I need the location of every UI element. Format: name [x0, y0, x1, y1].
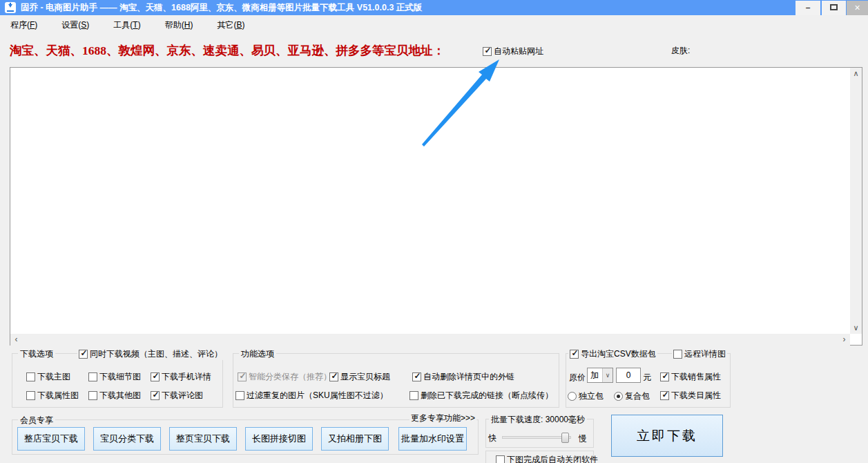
auto-paste-checkbox[interactable]: 自动粘贴网址 [483, 46, 543, 57]
remote-detail-checkbox[interactable]: 远程详情图 [672, 348, 727, 360]
close-button[interactable]: × [847, 1, 868, 15]
scroll-left-icon[interactable]: ‹ [10, 334, 22, 346]
download-other-image-checkbox[interactable]: 下载其他图 [88, 390, 141, 401]
auto-close-after-finish-checkbox[interactable]: 下图完成后自动关闭软件 [496, 454, 598, 463]
batch-watermark-button[interactable]: 批量加水印设置 [398, 427, 467, 451]
price-op-select[interactable]: 加 ∨ [587, 368, 613, 383]
checkbox-icon [483, 47, 492, 56]
upyun-album-download-button[interactable]: 又拍相册下图 [321, 427, 389, 451]
menu-other[interactable]: 其它(B) [208, 17, 253, 34]
slider-thumb[interactable] [561, 433, 569, 443]
checkbox-icon [412, 372, 421, 381]
url-input-area[interactable] [10, 67, 862, 346]
maximize-button[interactable] [822, 1, 846, 15]
checkbox-icon [26, 372, 35, 381]
download-sales-attr-checkbox[interactable]: 下载销售属性 [660, 371, 721, 383]
checkbox-icon [673, 350, 682, 359]
checkbox-icon [151, 391, 160, 400]
checkbox-icon [660, 391, 669, 400]
download-main-image-checkbox[interactable]: 下载主图 [26, 371, 70, 383]
download-now-button[interactable]: 立即下载 [611, 415, 723, 457]
vertical-scrollbar[interactable]: ∧ ∨ [850, 68, 862, 334]
whole-page-download-button[interactable]: 整页宝贝下载 [169, 427, 237, 451]
delete-finished-links-checkbox[interactable]: 删除已下载完成的链接（断点续传） [409, 390, 553, 401]
menu-tools[interactable]: 工具(T) [104, 17, 149, 34]
scroll-up-icon[interactable]: ∧ [850, 68, 862, 79]
maximize-icon [830, 4, 838, 10]
speed-title: 批量下载速度: 30000毫秒 [489, 414, 587, 426]
checkbox-icon [409, 391, 418, 400]
chevron-down-icon: ∨ [602, 368, 613, 382]
speed-slider[interactable] [502, 433, 571, 443]
smart-classify-checkbox: 智能分类保存（推荐） [238, 371, 331, 383]
combo-package-radio[interactable]: 复合包 [614, 390, 650, 402]
group-title: 会员专享 [18, 415, 55, 426]
price-amount-input[interactable]: 0 [616, 368, 641, 383]
show-item-title-checkbox[interactable]: 显示宝贝标题 [329, 371, 390, 383]
group-title: 功能选项 [239, 348, 276, 360]
scroll-down-icon[interactable]: ∨ [850, 322, 862, 334]
download-category-attr-checkbox[interactable]: 下载类目属性 [660, 390, 721, 401]
download-review-image-checkbox[interactable]: 下载评论图 [151, 390, 203, 401]
supported-sites-label: 淘宝、天猫、1688、敦煌网、京东、速卖通、易贝、亚马逊、拼多多等宝贝地址： [10, 35, 445, 67]
checkbox-icon [238, 372, 247, 381]
title-bar: 固乔 - 电商图片助手 —— 淘宝、天猫、1688阿里、京东、微商相册等图片批量… [0, 0, 868, 15]
radio-icon [614, 392, 623, 401]
skin-label: 皮肤: [671, 35, 690, 67]
more-vip-features-link[interactable]: 更多专享功能>>> [409, 413, 476, 424]
slow-label: 慢 [579, 433, 587, 444]
download-detail-image-checkbox[interactable]: 下载细节图 [88, 371, 141, 383]
window-title: 固乔 - 电商图片助手 —— 淘宝、天猫、1688阿里、京东、微商相册等图片批量… [21, 0, 422, 15]
slider-track[interactable] [502, 436, 571, 439]
download-attr-image-checkbox[interactable]: 下载属性图 [26, 390, 79, 401]
download-mobile-detail-checkbox[interactable]: 下载手机详情 [151, 371, 211, 383]
checkbox-icon [660, 372, 669, 381]
radio-icon [568, 392, 577, 401]
checkbox-icon [88, 372, 97, 381]
checkbox-icon [329, 372, 338, 381]
checkbox-icon [570, 350, 579, 359]
scroll-right-icon[interactable]: › [838, 334, 850, 346]
long-image-split-button[interactable]: 长图拼接切图 [245, 427, 313, 451]
batch-speed-group: 批量下载速度: 30000毫秒 快 慢 [485, 419, 594, 448]
minimize-button[interactable]: – [795, 1, 820, 15]
checkbox-icon [151, 372, 160, 381]
single-package-radio[interactable]: 独立包 [568, 390, 604, 402]
export-csv-checkbox[interactable]: 导出淘宝CSV数据包 [568, 348, 657, 360]
menu-settings[interactable]: 设置(S) [52, 17, 98, 34]
checkbox-icon [88, 391, 97, 400]
original-price-label: 原价 [569, 372, 586, 384]
download-video-checkbox[interactable]: 同时下载视频（主图、描述、评论） [77, 348, 224, 360]
remove-external-links-checkbox[interactable]: 自动删除详情页中的外链 [412, 371, 514, 383]
checkbox-icon [235, 391, 244, 400]
whole-store-download-button[interactable]: 整店宝贝下载 [17, 427, 85, 451]
checkbox-icon [26, 391, 35, 400]
horizontal-scrollbar[interactable]: ‹ › [10, 334, 850, 346]
checkbox-icon [79, 350, 88, 359]
yuan-label: 元 [643, 372, 651, 384]
address-row: 淘宝、天猫、1688、敦煌网、京东、速卖通、易贝、亚马逊、拼多多等宝贝地址： 自… [0, 35, 868, 67]
group-title: 下载选项 [18, 348, 55, 360]
menu-program[interactable]: 程序(F) [1, 17, 46, 34]
filter-duplicate-checkbox[interactable]: 过滤重复的图片（SKU属性图不过滤） [235, 390, 388, 401]
after-finish-group: 下图完成后自动关闭软件 [485, 451, 594, 463]
fast-label: 快 [488, 433, 496, 444]
menu-help[interactable]: 帮助(H) [156, 17, 202, 34]
app-download-icon [5, 2, 16, 13]
checkbox-icon [496, 455, 505, 463]
app-window: 固乔 - 电商图片助手 —— 淘宝、天猫、1688阿里、京东、微商相册等图片批量… [0, 0, 868, 463]
category-download-button[interactable]: 宝贝分类下载 [93, 427, 161, 451]
menu-bar: 程序(F) 设置(S) 工具(T) 帮助(H) 其它(B) [0, 15, 868, 35]
